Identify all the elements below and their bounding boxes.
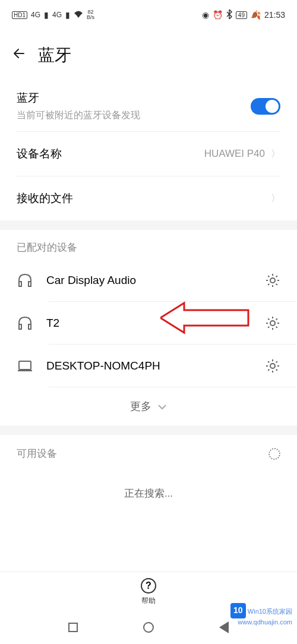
paired-devices-header: 已配对的设备 (0, 230, 297, 259)
chevron-right-icon: 〉 (271, 192, 280, 205)
searching-text: 正在搜索... (0, 472, 297, 572)
clock-time: 21:53 (264, 10, 285, 20)
available-devices-header: 可用设备 (0, 435, 297, 472)
paired-device-row[interactable]: T2 (0, 302, 297, 345)
watermark-logo: 10 (230, 603, 246, 618)
received-files-row[interactable]: 接收的文件 〉 (17, 176, 280, 220)
eye-icon: ◉ (202, 10, 209, 20)
device-name-label: 设备名称 (17, 146, 62, 162)
page-header: 蓝牙 (0, 30, 297, 83)
watermark-line2: www.qdhuajin.com (238, 618, 292, 626)
gear-icon[interactable] (265, 273, 280, 288)
spinner-icon (268, 448, 280, 460)
device-name: DESKTOP-NOMC4PH (46, 359, 252, 372)
gear-icon[interactable] (265, 358, 280, 374)
bluetooth-label: 蓝牙 (17, 90, 140, 106)
alarm-icon: ⏰ (213, 10, 223, 20)
paired-device-row[interactable]: DESKTOP-NOMC4PH (0, 345, 297, 387)
back-button[interactable] (12, 46, 26, 65)
svg-rect-2 (19, 361, 31, 370)
bluetooth-icon (226, 10, 232, 21)
device-name: Car Display Audio (46, 274, 252, 287)
page-title: 蓝牙 (38, 44, 71, 67)
svg-point-0 (270, 278, 275, 283)
paired-device-row[interactable]: Car Display Audio (0, 259, 297, 302)
signal-2: 4G (52, 11, 62, 19)
signal-bars-icon: ▮ (44, 10, 49, 20)
chevron-right-icon: 〉 (271, 148, 280, 160)
signal-bars-icon-2: ▮ (65, 10, 70, 20)
device-name-value: HUAWEI P40 (204, 148, 265, 160)
svg-point-4 (270, 364, 275, 368)
headphones-icon (17, 272, 33, 289)
more-button[interactable]: 更多 (0, 387, 297, 425)
available-label: 可用设备 (17, 447, 57, 460)
status-bar: HD1 4G ▮ 4G ▮ 82 B/s ◉ ⏰ 49 🍂 21:53 (0, 0, 297, 30)
device-name-row[interactable]: 设备名称 HUAWEI P40 〉 (17, 132, 280, 176)
nav-home-button[interactable] (143, 622, 154, 633)
nav-recent-button[interactable] (68, 623, 78, 632)
help-icon: ? (141, 578, 156, 594)
headphones-icon (17, 315, 33, 332)
hd-indicator: HD1 (12, 11, 27, 19)
chevron-down-icon (157, 400, 167, 413)
received-files-label: 接收的文件 (17, 191, 73, 206)
laptop-icon (17, 358, 33, 374)
help-label: 帮助 (141, 596, 156, 606)
more-label: 更多 (130, 399, 151, 413)
leaf-icon: 🍂 (251, 10, 261, 20)
watermark-line1: Win10系统家园 (248, 607, 292, 614)
data-speed: 82 B/s (87, 10, 94, 20)
bluetooth-subtitle: 当前可被附近的蓝牙设备发现 (17, 109, 140, 122)
svg-point-1 (270, 321, 275, 326)
device-name: T2 (46, 317, 252, 330)
nav-back-button[interactable] (219, 621, 229, 633)
bluetooth-toggle-row[interactable]: 蓝牙 当前可被附近的蓝牙设备发现 (17, 83, 280, 132)
bluetooth-toggle[interactable] (251, 98, 280, 115)
signal-1: 4G (31, 11, 40, 19)
battery-indicator: 49 (236, 11, 247, 19)
watermark: 10 Win10系统家园 www.qdhuajin.com (230, 603, 292, 626)
gear-icon[interactable] (265, 315, 280, 331)
wifi-icon (74, 10, 83, 20)
